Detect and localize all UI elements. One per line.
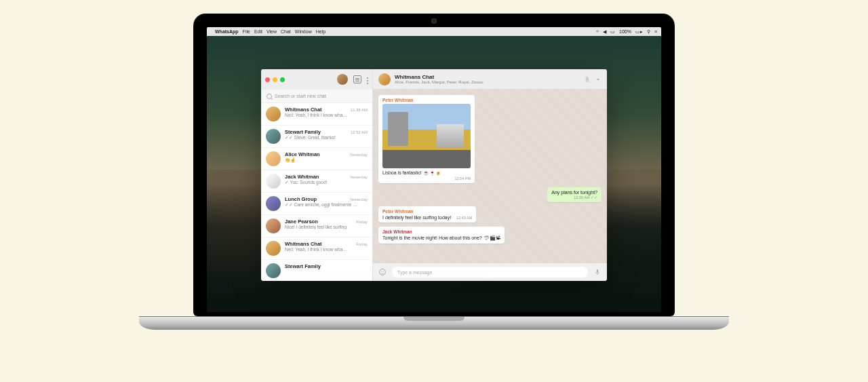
message-in[interactable]: Jack Whitman Tonight is the movie night!… xyxy=(378,227,505,244)
battery-icon[interactable]: ▭▸ xyxy=(635,29,643,35)
search-bar[interactable]: Search or start new chat xyxy=(261,90,372,103)
avatar-icon xyxy=(266,174,281,189)
menu-help[interactable]: Help xyxy=(316,29,326,34)
search-icon xyxy=(267,94,272,99)
chevron-down-icon[interactable] xyxy=(595,76,601,83)
chat-avatar[interactable] xyxy=(378,73,391,85)
flag-icon[interactable]: ▭ xyxy=(610,29,615,35)
sidebar-header xyxy=(261,69,372,90)
message-out[interactable]: Any plans for tonight? 12:30 AM ✓✓ xyxy=(547,187,601,202)
message-text: Any plans for tonight? xyxy=(551,190,597,195)
camera-icon xyxy=(432,19,436,23)
message-sender: Jack Whitman xyxy=(382,229,500,234)
volume-icon[interactable]: ◀ xyxy=(603,29,606,35)
menu-file[interactable]: File xyxy=(243,29,250,34)
chat-list-item[interactable]: Stewart Family xyxy=(261,260,372,281)
minimize-icon[interactable] xyxy=(273,77,277,82)
message-text: Lisboa is fantastic! ☕🍷🍺 xyxy=(382,170,471,176)
mic-icon[interactable] xyxy=(593,268,601,276)
sidebar: Search or start new chat Whitmans Chat11… xyxy=(261,69,373,281)
profile-avatar[interactable] xyxy=(337,74,348,85)
message-area: Peter Whitman Lisboa is fantastic! ☕🍷🍺 1… xyxy=(373,90,607,263)
message-text: Tonight is the movie night! How about th… xyxy=(382,235,500,241)
chat-panel: Whitmans Chat Alice, Francis, Jack, Marg… xyxy=(373,69,607,281)
attach-icon[interactable] xyxy=(584,76,591,83)
chat-list-item[interactable]: Whitmans ChatFriday Ned: Yeah, I think I… xyxy=(261,237,372,260)
menu-icon[interactable] xyxy=(367,77,368,83)
message-sender: Peter Whitman xyxy=(382,98,471,102)
svg-point-1 xyxy=(381,271,382,272)
chat-list-item[interactable]: Jack WhitmanYesterday ✓ You: Sounds good… xyxy=(261,170,372,193)
message-input[interactable]: Type a message xyxy=(392,267,588,278)
svg-point-0 xyxy=(380,269,386,275)
zoom-icon[interactable] xyxy=(280,77,285,82)
laptop-notch xyxy=(403,317,465,321)
composer: Type a message xyxy=(373,263,607,281)
svg-point-2 xyxy=(383,271,384,272)
chat-list-item[interactable]: Jane PearsonFriday Nice! I definitely fe… xyxy=(261,215,372,237)
whatsapp-window: Search or start new chat Whitmans Chat11… xyxy=(261,69,607,281)
screen-bezel: WhatsApp File Edit View Chat Window Help… xyxy=(193,14,675,316)
close-icon[interactable] xyxy=(265,77,270,82)
chat-list-item[interactable]: Stewart Family12:52 AM ✓✓ Steve: Great, … xyxy=(261,126,372,148)
message-time: 12:54 PM xyxy=(382,176,471,180)
avatar-icon xyxy=(266,151,281,166)
message-in[interactable]: Peter Whitman Lisboa is fantastic! ☕🍷🍺 1… xyxy=(378,95,475,183)
avatar-icon xyxy=(266,241,281,256)
menu-edit[interactable]: Edit xyxy=(254,29,262,34)
laptop-base xyxy=(139,316,729,330)
battery-text: 100% xyxy=(619,29,631,34)
chat-participants: Alice, Francis, Jack, Margot, Peter, Roy… xyxy=(395,80,580,84)
menubar-app-name[interactable]: WhatsApp xyxy=(215,29,239,34)
message-image[interactable] xyxy=(382,104,471,168)
new-chat-icon[interactable] xyxy=(353,75,361,83)
spotlight-icon[interactable]: ⚲ xyxy=(647,29,650,35)
chat-list: Whitmans Chat11:38 AM Ned: Yeah, I think… xyxy=(261,103,372,281)
menu-chat[interactable]: Chat xyxy=(281,29,291,34)
chat-header: Whitmans Chat Alice, Francis, Jack, Marg… xyxy=(373,69,607,90)
message-time: 12:30 AM ✓✓ xyxy=(551,195,597,199)
svg-rect-3 xyxy=(597,269,598,273)
message-time: 12:43 AM xyxy=(456,216,472,220)
message-sender: Peter Whitman xyxy=(382,209,472,214)
composer-placeholder: Type a message xyxy=(397,270,432,275)
avatar-icon xyxy=(266,107,281,121)
avatar-icon xyxy=(266,129,281,144)
window-controls xyxy=(265,77,285,82)
chat-list-item[interactable]: Whitmans Chat11:38 AM Ned: Yeah, I think… xyxy=(261,103,372,126)
wifi-icon[interactable]: ⌔ xyxy=(596,29,599,34)
avatar-icon xyxy=(266,196,281,211)
avatar-icon xyxy=(266,218,281,233)
laptop-frame: WhatsApp File Edit View Chat Window Help… xyxy=(193,14,675,330)
chat-list-item[interactable]: Alice WhitmanYesterday 👏🤞 xyxy=(261,148,372,170)
mac-menubar: WhatsApp File Edit View Chat Window Help… xyxy=(207,27,661,36)
menu-window[interactable]: Window xyxy=(295,29,312,34)
emoji-icon[interactable] xyxy=(378,268,387,276)
menu-extras-icon[interactable]: ≡ xyxy=(654,29,657,34)
chat-title: Whitmans Chat xyxy=(395,74,580,80)
desktop-screen: WhatsApp File Edit View Chat Window Help… xyxy=(207,27,661,312)
menu-view[interactable]: View xyxy=(267,29,277,34)
search-placeholder: Search or start new chat xyxy=(275,94,326,98)
chat-list-item[interactable]: Lunch GroupYesterday ✓✓ Care amiche, ogg… xyxy=(261,193,372,215)
avatar-icon xyxy=(266,263,281,278)
message-text: I definitely feel like surfing today! xyxy=(382,215,451,220)
message-in[interactable]: Peter Whitman I definitely feel like sur… xyxy=(378,206,476,223)
